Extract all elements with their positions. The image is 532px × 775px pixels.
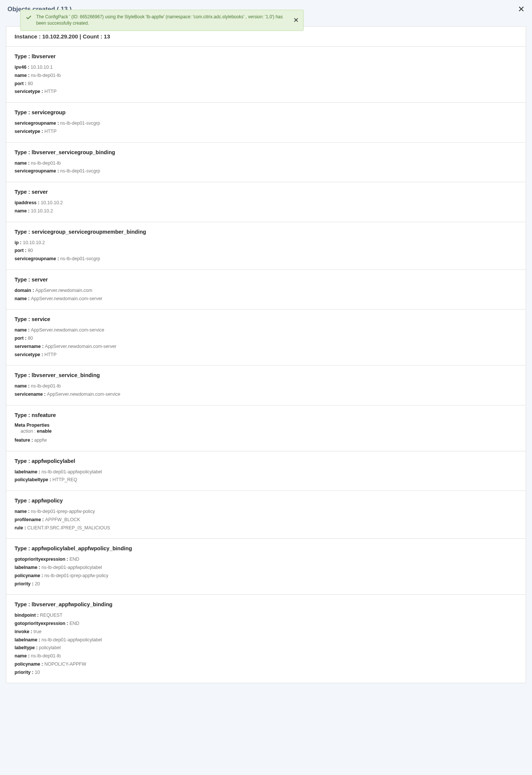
toast-message: The ConfigPack ' (ID: 665266967) using t… — [36, 14, 283, 26]
property-row: profilename : APPFW_BLOCK — [15, 516, 517, 523]
property-value: policylabel — [39, 645, 60, 650]
property-row: labelname : ns-lb-dep01-appfwpolicylabel — [15, 637, 517, 644]
property-key: gotopriorityexpression : — [15, 557, 69, 562]
property-value: AppServer.newdomain.com-server — [45, 344, 116, 349]
property-row: gotopriorityexpression : END — [15, 556, 517, 563]
property-key: policyname : — [15, 662, 44, 667]
property-row: name : 10.10.10.2 — [15, 208, 517, 215]
property-row: name : ns-lb-dep01-lb — [15, 653, 517, 660]
property-value: AppServer.newdomain.com-server — [31, 296, 103, 301]
property-value: ns-lb-dep01-svcgrp — [60, 168, 100, 174]
property-key: ipv46 : — [15, 65, 31, 70]
object-card: Type : lbvserver_service_bindingname : n… — [6, 365, 526, 405]
property-value: 80 — [28, 248, 33, 253]
object-type-heading: Type : servicegroup_servicegroupmember_b… — [15, 229, 517, 235]
property-value: enable — [37, 429, 52, 434]
property-value: END — [69, 621, 79, 626]
property-value: 10.10.10.2 — [31, 208, 53, 214]
property-row: labelname : ns-lb-dep01-appfwpolicylabel — [15, 469, 517, 476]
property-key: feature : — [15, 438, 34, 443]
property-key: bindpoint : — [15, 613, 40, 618]
property-key: labelname : — [15, 565, 41, 570]
property-value: 80 — [28, 336, 33, 341]
property-key: rule : — [15, 525, 27, 530]
property-value: 80 — [28, 81, 33, 86]
property-row: labeltype : policylabel — [15, 644, 517, 651]
property-key: name : — [15, 296, 31, 301]
meta-property-row: action : enable — [15, 429, 517, 434]
property-value: CLIENT.IP.SRC.IPREP_IS_MALICIOUS — [27, 525, 110, 530]
property-value: ns-lb-dep01-lb — [31, 161, 61, 166]
close-icon[interactable]: ✕ — [518, 5, 525, 13]
object-type-heading: Type : server — [15, 277, 517, 283]
property-value: ns-lb-dep01-appfwpolicylabel — [41, 637, 102, 642]
property-row: servicetype : HTTP — [15, 128, 517, 135]
property-row: priority : 20 — [15, 581, 517, 588]
property-row: policylabeltype : HTTP_REQ — [15, 476, 517, 483]
property-key: priority : — [15, 670, 35, 675]
toast-close-icon[interactable]: ✕ — [293, 17, 299, 24]
property-row: port : 80 — [15, 335, 517, 342]
property-key: policylabeltype : — [15, 477, 52, 482]
object-type-heading: Type : server — [15, 189, 517, 195]
property-value: END — [69, 557, 79, 562]
object-card: Type : nsfeatureMeta Propertiesaction : … — [6, 405, 526, 451]
property-value: HTTP — [44, 129, 57, 134]
property-value: HTTP — [44, 352, 57, 357]
property-value: 10 — [35, 670, 40, 675]
property-key: name : — [15, 73, 31, 78]
meta-properties-heading: Meta Properties — [15, 423, 517, 428]
property-key: priority : — [15, 581, 35, 586]
property-key: name : — [15, 161, 31, 166]
property-row: servicegroupname : ns-lb-dep01-svcgrp — [15, 255, 517, 262]
object-type-heading: Type : servicegroup — [15, 109, 517, 115]
property-row: name : AppServer.newdomain.com-service — [15, 327, 517, 334]
object-type-heading: Type : lbvserver_servicegroup_binding — [15, 149, 517, 155]
property-value: AppServer.newdomain.com-service — [31, 327, 104, 333]
property-key: servername : — [15, 344, 45, 349]
property-row: name : ns-lb-dep01-iprep-appfw-policy — [15, 508, 517, 515]
property-value: NOPOLICY-APPFW — [44, 662, 86, 667]
property-value: ns-lb-dep01-lb — [31, 653, 61, 659]
property-row: name : ns-lb-dep01-lb — [15, 72, 517, 79]
property-key: ipaddress : — [15, 200, 41, 205]
property-key: servicegroupname : — [15, 256, 60, 261]
property-key: name : — [15, 509, 31, 514]
property-value: 10.10.10.1 — [31, 65, 53, 70]
property-key: gotopriorityexpression : — [15, 621, 69, 626]
content-container: Instance : 10.102.29.200 | Count : 13 Ty… — [0, 26, 532, 691]
property-row: name : ns-lb-dep01-lb — [15, 383, 517, 390]
object-card: Type : lbvserver_servicegroup_bindingnam… — [6, 143, 526, 183]
property-row: servicegroupname : ns-lb-dep01-svcgrp — [15, 168, 517, 175]
object-type-heading: Type : appfwpolicylabel — [15, 458, 517, 464]
property-row: servicename : AppServer.newdomain.com-se… — [15, 391, 517, 398]
property-key: servicegroupname : — [15, 168, 60, 174]
property-row: policyname : NOPOLICY-APPFW — [15, 661, 517, 668]
property-row: labelname : ns-lb-dep01-appfwpolicylabel — [15, 564, 517, 571]
property-row: servername : AppServer.newdomain.com-ser… — [15, 343, 517, 350]
object-card: Type : lbvserver_appfwpolicy_bindingbind… — [6, 595, 526, 683]
success-toast: The ConfigPack ' (ID: 665266967) using t… — [20, 10, 304, 31]
property-value: 20 — [35, 581, 40, 586]
property-value: appfw — [34, 438, 47, 443]
property-row: bindpoint : REQUEST — [15, 612, 517, 619]
property-key: port : — [15, 81, 28, 86]
property-row: rule : CLIENT.IP.SRC.IPREP_IS_MALICIOUS — [15, 525, 517, 532]
property-key: name : — [15, 208, 31, 214]
object-card: Type : appfwpolicylabel_appfwpolicy_bind… — [6, 539, 526, 595]
property-key: invoke : — [15, 629, 34, 634]
property-key: port : — [15, 248, 28, 253]
property-row: feature : appfw — [15, 437, 517, 444]
check-icon — [26, 15, 32, 21]
object-card: Type : servicename : AppServer.newdomain… — [6, 309, 526, 365]
object-type-heading: Type : lbvserver_appfwpolicy_binding — [15, 601, 517, 607]
property-key: name : — [15, 327, 31, 333]
property-value: ns-lb-dep01-iprep-appfw-policy — [31, 509, 95, 514]
object-card: Type : serveripaddress : 10.10.10.2name … — [6, 182, 526, 222]
object-card: Type : servicegroupservicegroupname : ns… — [6, 103, 526, 143]
property-row: servicegroupname : ns-lb-dep01-svcgrp — [15, 120, 517, 127]
property-row: servicetype : HTTP — [15, 88, 517, 95]
property-key: domain : — [15, 288, 35, 293]
property-value: HTTP — [44, 89, 57, 94]
property-value: true — [34, 629, 42, 634]
